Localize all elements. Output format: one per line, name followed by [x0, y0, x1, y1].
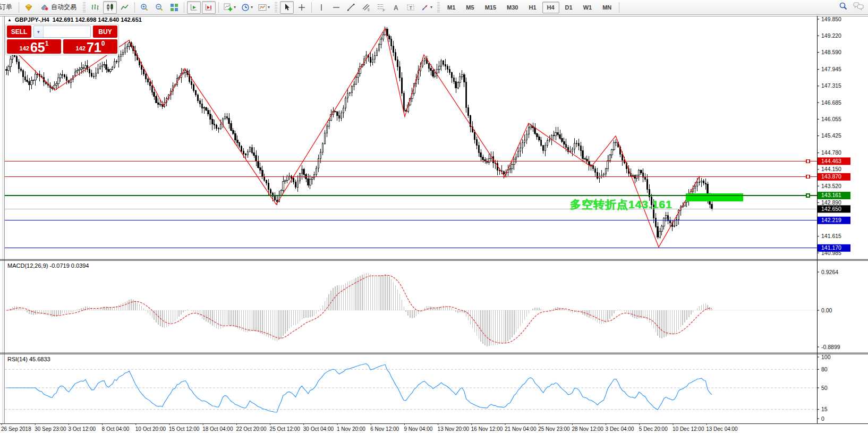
svg-text:18 Oct 04:00: 18 Oct 04:00: [202, 426, 233, 432]
mql5-gem-button[interactable]: [22, 1, 36, 14]
svg-text:25 Nov 23:00: 25 Nov 23:00: [538, 426, 570, 432]
timeframe-m1-button[interactable]: M1: [442, 2, 460, 13]
svg-text:E: E: [368, 8, 370, 12]
gem-icon: [24, 3, 33, 12]
toolbar-separator: [619, 2, 619, 13]
templates-button[interactable]: ▾: [256, 1, 272, 14]
horizontal-line-tool-button[interactable]: [329, 1, 343, 14]
new-order-button[interactable]: 订单: [0, 1, 16, 14]
text-tool-button[interactable]: A: [389, 1, 403, 14]
svg-text:149.220: 149.220: [821, 32, 841, 39]
svg-text:F: F: [382, 9, 385, 12]
svg-text:13 Nov 20:00: 13 Nov 20:00: [438, 426, 470, 432]
svg-text:1 Nov 20:00: 1 Nov 20:00: [337, 426, 365, 432]
chart-canvas[interactable]: 149.850149.220148.590147.945147.315146.6…: [0, 15, 868, 433]
toolbar-grip: [437, 2, 440, 13]
svg-text:80: 80: [821, 366, 828, 372]
svg-text:5 Dec 20:00: 5 Dec 20:00: [639, 426, 668, 432]
sell-button[interactable]: SELL: [7, 26, 31, 38]
horizontal-lines-layer[interactable]: [5, 159, 817, 248]
timeframe-m5-button[interactable]: M5: [461, 2, 479, 13]
zoom-out-icon: [155, 3, 164, 12]
green-rectangle-object[interactable]: [686, 193, 743, 201]
toolbar-grip: [83, 2, 86, 13]
toolbar-separator: [311, 2, 312, 13]
timeframe-w1-button[interactable]: W1: [578, 2, 597, 13]
chart-shift-icon: [205, 3, 213, 12]
bar-chart-mode-button[interactable]: [88, 1, 102, 14]
chat-icon[interactable]: [853, 2, 864, 13]
indicators-button[interactable]: ▾: [222, 1, 238, 14]
buy-big-figure: 142: [76, 45, 86, 52]
trade-panel-top-row: SELL ▾ ▴ BUY: [7, 26, 117, 38]
fibonacci-tool-button[interactable]: F: [374, 1, 388, 14]
trendline-icon: [347, 3, 355, 12]
svg-text:147.315: 147.315: [821, 82, 841, 89]
timeframe-d1-button[interactable]: D1: [560, 2, 577, 13]
line-chart-mode-button[interactable]: [118, 1, 132, 14]
trendline-tool-button[interactable]: [344, 1, 358, 14]
text-label-tool-button[interactable]: T: [404, 1, 418, 14]
buy-point: 0: [101, 40, 105, 47]
timeframe-m30-button[interactable]: M30: [502, 2, 523, 13]
timeframe-h1-button[interactable]: H1: [524, 2, 541, 13]
line-chart-icon: [121, 3, 129, 12]
svg-text:144.463: 144.463: [821, 158, 841, 164]
timeframe-h4-button[interactable]: H4: [542, 2, 559, 13]
svg-text:T: T: [410, 5, 413, 10]
svg-text:147.945: 147.945: [821, 66, 841, 72]
svg-text:10 Oct 20:00: 10 Oct 20:00: [135, 426, 166, 432]
svg-text:30 Sep 23:00: 30 Sep 23:00: [35, 426, 66, 432]
periods-button[interactable]: ▾: [239, 1, 255, 14]
chart-shift-button[interactable]: [202, 1, 216, 14]
buy-pips: 71: [87, 41, 101, 53]
collapse-triangle-icon[interactable]: ▲: [7, 18, 12, 22]
zoom-out-button[interactable]: [152, 1, 166, 14]
cursor-icon: [283, 3, 291, 12]
toolbar-separator: [19, 2, 19, 13]
macd-header: MACD(12,26,9) -0.0719 0.0394: [7, 262, 89, 269]
auto-scroll-button[interactable]: [187, 1, 201, 14]
candlestick-mode-button[interactable]: [103, 1, 117, 14]
auto-scroll-icon: [190, 3, 198, 12]
sell-price-button[interactable]: 142651: [7, 39, 61, 54]
svg-text:-0.8899: -0.8899: [821, 344, 840, 350]
ohlc-values: 142.691 142.698 142.640 142.651: [53, 16, 142, 23]
template-icon: [258, 3, 267, 12]
autotrading-button[interactable]: 自动交易: [37, 1, 80, 14]
equidistant-channel-tool-button[interactable]: E: [359, 1, 373, 14]
autotrading-label: 自动交易: [51, 3, 76, 12]
svg-text:142.890: 142.890: [821, 199, 841, 206]
buy-price-button[interactable]: 142710: [63, 39, 117, 54]
svg-text:143.520: 143.520: [821, 183, 841, 189]
trade-panel-price-row: 142651 142710: [7, 39, 117, 54]
autotrading-icon: [40, 3, 49, 12]
arrows-tool-button[interactable]: ▾: [419, 1, 435, 14]
symbol-period-label: GBPJPY-,H4: [15, 16, 49, 23]
clock-icon: [241, 3, 250, 12]
dropdown-caret: ▾: [234, 5, 236, 10]
svg-text:3 Oct 12:00: 3 Oct 12:00: [68, 426, 96, 432]
zoom-in-icon: [140, 3, 149, 12]
timeframe-m15-button[interactable]: M15: [480, 2, 501, 13]
svg-text:143.161: 143.161: [821, 192, 841, 198]
timeframe-mn-button[interactable]: MN: [598, 2, 616, 13]
svg-text:22 Oct 20:00: 22 Oct 20:00: [236, 426, 267, 432]
price-axis: 149.850149.220148.590147.945147.315146.6…: [817, 16, 850, 256]
svg-text:16 Nov 12:00: 16 Nov 12:00: [471, 426, 503, 432]
search-icon[interactable]: [839, 2, 848, 13]
volume-decrease-button[interactable]: ▾: [34, 26, 44, 37]
vertical-line-tool-button[interactable]: [314, 1, 328, 14]
volume-input[interactable]: [44, 26, 91, 37]
pivot-annotation-text[interactable]: 多空转折点143.161: [570, 197, 673, 212]
cursor-tool-button[interactable]: [280, 1, 294, 14]
rsi-header: RSI(14) 45.6833: [7, 356, 50, 362]
crosshair-tool-button[interactable]: [295, 1, 309, 14]
tile-windows-button[interactable]: [167, 1, 181, 14]
chart-window: 149.850149.220148.590147.945147.315146.6…: [0, 15, 868, 433]
tile-windows-icon: [170, 3, 178, 12]
buy-button[interactable]: BUY: [93, 26, 117, 38]
svg-text:141.615: 141.615: [821, 233, 841, 239]
svg-text:9 Nov 04:00: 9 Nov 04:00: [404, 426, 432, 432]
zoom-in-button[interactable]: [138, 1, 151, 14]
